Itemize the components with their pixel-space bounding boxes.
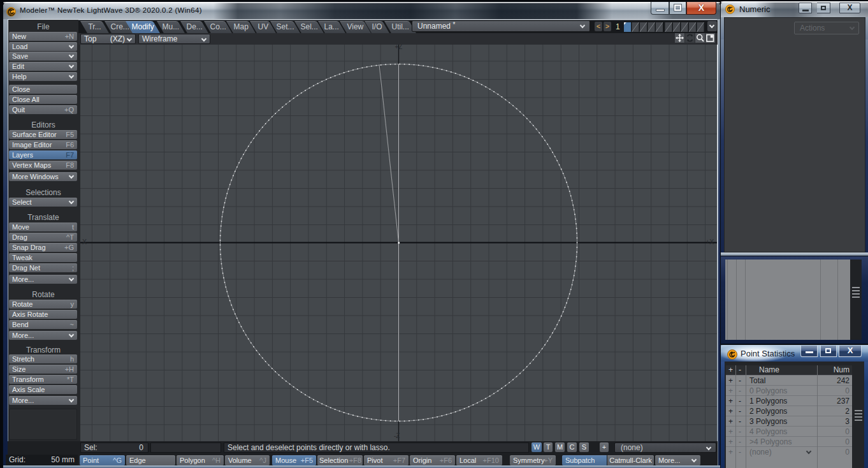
svg-text:X: X [82, 238, 87, 245]
svg-text:+Z: +Z [395, 45, 403, 50]
svg-text:+X: +X [705, 238, 714, 245]
svg-text:-Z: -Z [394, 432, 400, 439]
